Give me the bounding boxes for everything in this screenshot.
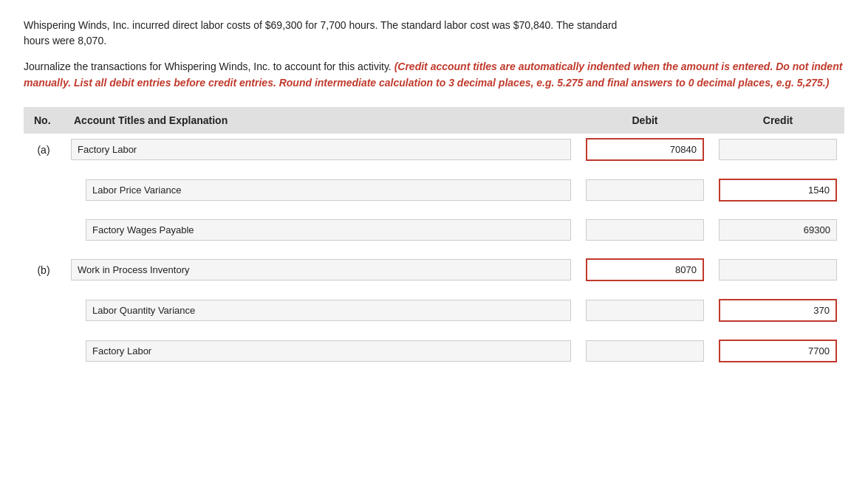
table-row <box>24 174 844 206</box>
table-row <box>24 295 844 326</box>
row-no: (a) <box>24 134 64 165</box>
credit-cell[interactable] <box>711 335 844 367</box>
credit-input[interactable] <box>719 259 837 280</box>
account-input[interactable] <box>71 259 571 280</box>
instructions-paragraph: Journalize the transactions for Whisperi… <box>24 59 844 91</box>
row-no <box>24 215 64 245</box>
account-cell[interactable] <box>64 254 578 286</box>
credit-input[interactable] <box>719 219 837 241</box>
spacer-row <box>24 245 844 254</box>
spacer-row <box>24 206 844 215</box>
debit-input[interactable] <box>586 258 704 281</box>
account-input[interactable] <box>71 139 571 160</box>
row-no <box>24 174 64 206</box>
debit-cell[interactable] <box>578 335 711 367</box>
intro-paragraph: Whispering Winds, Inc. incurred direct l… <box>24 18 844 49</box>
account-input[interactable] <box>86 300 571 321</box>
header-account: Account Titles and Explanation <box>64 107 578 134</box>
spacer-row <box>24 286 844 295</box>
row-no <box>24 295 64 326</box>
debit-input[interactable] <box>586 340 704 362</box>
table-row: (a) <box>24 134 844 165</box>
table-row: (b) <box>24 254 844 286</box>
account-input[interactable] <box>86 179 571 201</box>
table-header-row: No. Account Titles and Explanation Debit… <box>24 107 844 134</box>
credit-cell[interactable] <box>711 174 844 206</box>
credit-input[interactable] <box>719 179 837 202</box>
debit-cell[interactable] <box>578 134 711 165</box>
debit-input[interactable] <box>586 179 704 201</box>
header-debit: Debit <box>578 107 711 134</box>
spacer-row <box>24 326 844 335</box>
account-input[interactable] <box>86 340 571 362</box>
account-cell[interactable] <box>64 335 578 367</box>
debit-input[interactable] <box>586 138 704 161</box>
account-cell[interactable] <box>64 134 578 165</box>
account-cell[interactable] <box>64 295 578 326</box>
debit-cell[interactable] <box>578 174 711 206</box>
intro-line2: hours were 8,070. <box>24 35 106 47</box>
account-cell[interactable] <box>64 174 578 206</box>
credit-cell[interactable] <box>711 295 844 326</box>
journal-table: No. Account Titles and Explanation Debit… <box>24 107 844 367</box>
row-no <box>24 335 64 367</box>
debit-cell[interactable] <box>578 254 711 286</box>
table-row <box>24 215 844 245</box>
credit-cell[interactable] <box>711 254 844 286</box>
table-row <box>24 335 844 367</box>
debit-cell[interactable] <box>578 295 711 326</box>
instructions-prefix: Journalize the transactions for Whisperi… <box>24 61 394 72</box>
header-no: No. <box>24 107 64 134</box>
debit-input[interactable] <box>586 300 704 321</box>
credit-input[interactable] <box>719 139 837 160</box>
spacer-row <box>24 165 844 174</box>
account-input[interactable] <box>86 219 571 241</box>
intro-line1: Whispering Winds, Inc. incurred direct l… <box>24 19 617 31</box>
account-cell[interactable] <box>64 215 578 245</box>
row-no: (b) <box>24 254 64 286</box>
credit-cell[interactable] <box>711 215 844 245</box>
header-credit: Credit <box>711 107 844 134</box>
debit-cell[interactable] <box>578 215 711 245</box>
credit-input[interactable] <box>719 299 837 322</box>
credit-input[interactable] <box>719 340 837 362</box>
debit-input[interactable] <box>586 219 704 241</box>
credit-cell[interactable] <box>711 134 844 165</box>
